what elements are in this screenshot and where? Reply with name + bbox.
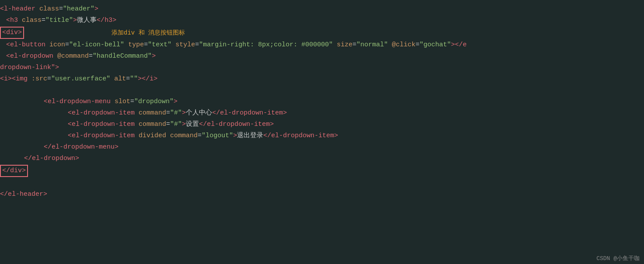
code-line-15: </el-header> <box>0 189 644 200</box>
code-line-6: dropdown-link"> <box>0 62 644 73</box>
code-line-10: <el-dropdown-item command="#">设置</el-dro… <box>0 119 644 130</box>
code-line-empty2 <box>0 177 644 189</box>
code-line-4: <el-button icon="el-icon-bell" type="tex… <box>0 39 644 51</box>
code-line-12: </el-dropdown-menu> <box>0 142 644 153</box>
footer-attribution: CSDN @小鱼干咖 <box>592 253 644 264</box>
annotation-text: 添加div 和 消息按钮图标 <box>111 28 185 38</box>
code-line-13: </el-dropdown> <box>0 153 644 164</box>
code-line-2: <h3 class="title">微人事</h3> <box>0 15 644 26</box>
tag-bracket: < <box>0 5 4 13</box>
code-line-3: <div>添加div 和 消息按钮图标 <box>0 26 644 39</box>
code-line-11: <el-dropdown-item divided command="logou… <box>0 130 644 142</box>
div-open-box: <div> <box>0 27 24 39</box>
tag-name: l-header <box>4 5 35 13</box>
code-line-9: <el-dropdown-item command="#">个人中心</el-d… <box>0 108 644 119</box>
code-editor: <l-header class="header"> <h3 class="tit… <box>0 0 644 264</box>
code-line-14: </div> <box>0 164 644 177</box>
code-line-7: <i><img :src="user.userface" alt=""></i> <box>0 73 644 85</box>
div-close-box: </div> <box>0 165 28 177</box>
code-line-empty <box>0 85 644 96</box>
code-line-1: <l-header class="header"> <box>0 3 644 15</box>
code-line-8: <el-dropdown-menu slot="dropdown"> <box>0 96 644 108</box>
code-line-5: <el-dropdown @command="handleCommand"> <box>0 51 644 62</box>
